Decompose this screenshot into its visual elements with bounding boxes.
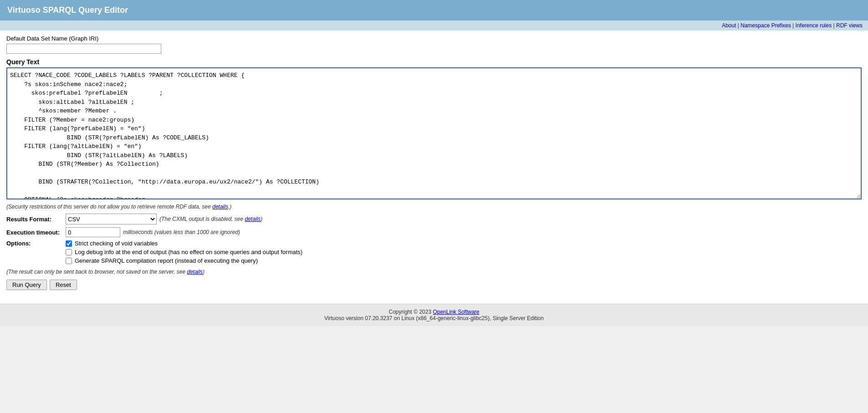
app-header: Virtuoso SPARQL Query Editor: [0, 0, 868, 20]
cxml-note: (The CXML output is disabled, see detail…: [159, 216, 262, 222]
timeout-note: milliseconds (values less than 1000 are …: [123, 229, 240, 235]
about-link[interactable]: About: [722, 22, 736, 29]
generate-report-row: Generate SPARQL compilation report (inst…: [66, 257, 303, 264]
footer-copyright: Copyright © 2023 OpenLink Software: [5, 309, 863, 315]
execution-timeout-row: Execution timeout: milliseconds (values …: [6, 227, 862, 237]
generate-report-checkbox[interactable]: [66, 258, 72, 264]
log-debug-label: Log debug info at the end of output (has…: [75, 249, 303, 255]
namespace-prefixes-link[interactable]: Namespace Prefixes: [740, 22, 791, 29]
results-format-label: Results Format:: [6, 216, 66, 223]
results-format-row: Results Format: HTML Spreadsheet XML JSO…: [6, 214, 862, 224]
timeout-input[interactable]: [66, 227, 120, 237]
log-debug-checkbox[interactable]: [66, 249, 72, 255]
reset-button[interactable]: Reset: [50, 280, 77, 290]
options-row: Options: Strict checking of void variabl…: [6, 240, 862, 264]
graph-iri-input[interactable]: [6, 44, 161, 54]
page-footer: Copyright © 2023 OpenLink Software Virtu…: [0, 304, 868, 326]
top-links-bar: About | Namespace Prefixes | Inference r…: [0, 20, 868, 31]
graph-iri-label: Default Data Set Name (Graph IRI): [6, 35, 862, 42]
app-title: Virtuoso SPARQL Query Editor: [7, 5, 861, 15]
action-buttons: Run Query Reset: [6, 280, 862, 290]
main-content: Default Data Set Name (Graph IRI) Query …: [0, 31, 868, 304]
result-details-link[interactable]: details: [187, 269, 203, 275]
strict-checking-row: Strict checking of void variables: [66, 240, 303, 247]
security-note: (Security restrictions of this server do…: [6, 204, 862, 210]
log-debug-row: Log debug info at the end of output (has…: [66, 249, 303, 255]
query-text-label: Query Text: [6, 58, 862, 66]
strict-checking-checkbox[interactable]: [66, 240, 72, 247]
results-format-select[interactable]: HTML Spreadsheet XML JSON Javascript N3/…: [66, 214, 157, 224]
security-details-link[interactable]: details: [212, 204, 228, 210]
rdf-views-link[interactable]: RDF views: [836, 22, 863, 29]
execution-timeout-label: Execution timeout:: [6, 229, 66, 236]
footer-version: Virtuoso version 07.20.3237 on Linux (x8…: [5, 315, 863, 321]
generate-report-label: Generate SPARQL compilation report (inst…: [75, 257, 258, 264]
run-query-button[interactable]: Run Query: [6, 280, 47, 290]
result-note: (The result can only be sent back to bro…: [6, 269, 862, 275]
query-textarea[interactable]: SELECT ?NACE_CODE ?CODE_LABELS ?LABELS ?…: [6, 67, 862, 199]
strict-checking-label: Strict checking of void variables: [75, 240, 158, 247]
footer-company-link[interactable]: OpenLink Software: [433, 309, 479, 315]
options-col: Strict checking of void variables Log de…: [66, 240, 303, 264]
cxml-details-link[interactable]: details: [245, 216, 261, 222]
inference-rules-link[interactable]: Inference rules: [796, 22, 832, 29]
options-label: Options:: [6, 240, 66, 247]
